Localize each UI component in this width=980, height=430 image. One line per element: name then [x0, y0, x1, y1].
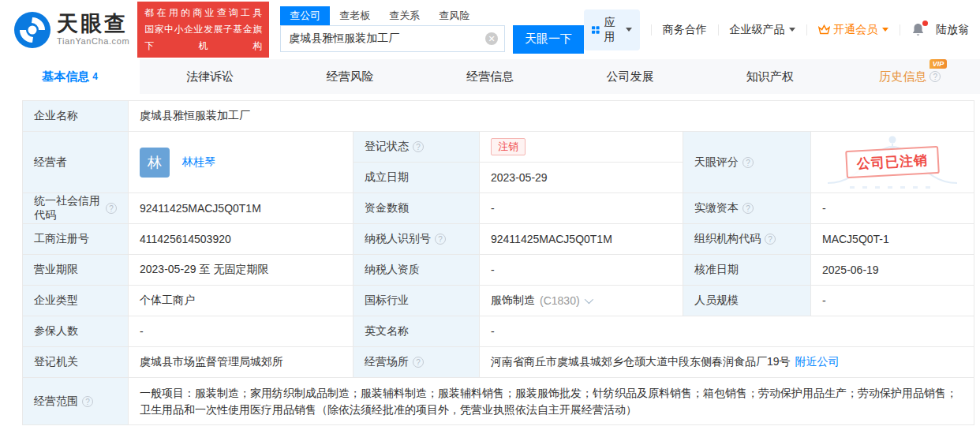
tab-history-info[interactable]: VIP 历史信息 ?: [840, 59, 980, 94]
capital-label: 资金数额: [353, 193, 480, 224]
establish-date-label: 成立日期: [353, 163, 480, 193]
basic-info-table: 企业名称 虞城县雅恒服装加工厂 经营者 林 林桂琴 登记状态 ? 注销 成立日期…: [22, 100, 974, 425]
search-tab-relation[interactable]: 查关系: [380, 6, 429, 25]
operator-name-link[interactable]: 林桂琴: [182, 155, 215, 170]
paid-capital-label-cell: 实缴资本 ?: [683, 193, 811, 224]
tab-basic-info[interactable]: 基本信息 4: [0, 59, 140, 94]
paid-capital-label: 实缴资本: [694, 201, 739, 215]
notification-dot: [922, 21, 928, 26]
reg-number-value: 411425614503920: [129, 224, 353, 255]
help-icon[interactable]: ?: [742, 203, 754, 214]
tianyancha-logo-icon: [14, 12, 50, 48]
divider: [900, 24, 900, 36]
tab-legal[interactable]: 法律诉讼: [140, 59, 279, 94]
divider: [651, 24, 652, 36]
approval-date-value: 2025-06-19: [811, 255, 974, 286]
help-icon[interactable]: ?: [106, 203, 117, 214]
reg-status-value-cell: 注销: [480, 132, 683, 163]
industry-code: (C1830): [540, 294, 580, 307]
search-tab-boss[interactable]: 查老板: [330, 6, 380, 25]
nav-enterprise-products[interactable]: 企业级产品: [729, 23, 795, 37]
credit-code-value: 92411425MACJ5Q0T1M: [129, 193, 353, 224]
tab-intellectual-property[interactable]: 知识产权: [700, 59, 840, 94]
english-name-value: -: [480, 316, 974, 347]
chevron-down-icon[interactable]: [584, 295, 593, 304]
insured-label: 参保人数: [23, 316, 129, 347]
staff-size-value: -: [811, 286, 974, 316]
tab-operation-info[interactable]: 经营信息: [420, 59, 559, 94]
top-nav: 应用 商务合作 企业级产品 开通会员 陆放翁: [584, 9, 969, 50]
open-vip-label: 开通会员: [833, 23, 877, 37]
help-icon[interactable]: ?: [742, 157, 754, 168]
divider: [806, 24, 807, 36]
slogan-line2: 国家中小企业发展子基金旗下机构: [144, 21, 262, 54]
tab-company-development[interactable]: 公司发展: [560, 59, 700, 94]
reg-authority-label: 登记机关: [23, 347, 129, 378]
company-name-value: 虞城县雅恒服装加工厂: [129, 101, 974, 132]
tab-history-label: 历史信息: [879, 69, 926, 84]
company-name-label: 企业名称: [23, 101, 129, 132]
premises-label-cell: 经营场所 ?: [353, 347, 480, 378]
score-value-cell: 公司已注销: [811, 132, 974, 193]
premises-value-cell: 河南省商丘市虞城县城郊乡仓颉大道中段东侧春润食品厂19号 附近公司: [480, 347, 974, 378]
search-button[interactable]: 天眼一下: [513, 25, 584, 54]
caret-down-icon: [626, 28, 632, 32]
search-tabs: 查公司 查老板 查关系 查风险: [280, 6, 584, 25]
english-name-label: 英文名称: [353, 316, 480, 347]
org-code-value: MACJ5Q0T-1: [811, 224, 974, 255]
business-term-value: 2023-05-29 至 无固定期限: [129, 255, 353, 286]
search-input[interactable]: [280, 25, 505, 52]
staff-size-label: 人员规模: [683, 286, 811, 316]
score-label-cell: 天眼评分 ?: [683, 132, 811, 193]
tianyancha-logo[interactable]: 天眼查 TianYanCha.com: [14, 12, 129, 48]
capital-value: -: [480, 193, 683, 224]
nav-open-vip[interactable]: 开通会员: [818, 23, 888, 37]
notifications-bell[interactable]: [911, 23, 925, 37]
search-tab-risk[interactable]: 查风险: [429, 6, 479, 25]
help-icon[interactable]: ?: [435, 234, 446, 245]
taxpayer-id-value: 92411425MACJ5Q0T1M: [480, 224, 683, 255]
insured-value: -: [129, 316, 353, 347]
help-icon[interactable]: ?: [82, 396, 93, 407]
credit-code-label: 统一社会信用代码: [34, 194, 102, 222]
help-icon[interactable]: ?: [413, 357, 424, 368]
brand-slogan: 都在用的商业查询工具 国家中小企业发展子基金旗下机构: [137, 2, 269, 58]
help-icon[interactable]: ?: [765, 234, 776, 245]
operator-avatar[interactable]: 林: [140, 148, 170, 178]
org-code-label-cell: 组织机构代码 ?: [683, 224, 811, 255]
org-code-label: 组织机构代码: [694, 232, 761, 246]
deregistered-stamp: 公司已注销: [845, 146, 940, 178]
reg-number-label: 工商注册号: [23, 224, 129, 255]
premises-address: 河南省商丘市虞城县城郊乡仓颉大道中段东侧春润食品厂19号: [491, 355, 791, 369]
caret-down-icon: [789, 28, 795, 32]
section-tabs: 基本信息 4 法律诉讼 经营风险 经营信息 公司发展 知识产权 VIP 历史信息…: [0, 59, 980, 94]
tab-basic-info-label: 基本信息: [42, 69, 89, 84]
status-badge: 注销: [491, 138, 526, 155]
operator-value: 林 林桂琴: [129, 132, 353, 193]
reg-status-label: 登记状态: [365, 140, 409, 154]
help-icon[interactable]: ?: [930, 71, 941, 82]
tab-basic-info-count: 4: [92, 71, 98, 82]
apps-label: 应用: [604, 16, 619, 44]
taxpayer-quality-label: 纳税人资质: [353, 255, 480, 286]
credit-code-label-cell: 统一社会信用代码 ?: [23, 193, 129, 224]
establish-date-value: 2023-05-29: [480, 163, 683, 193]
clear-icon[interactable]: ✕: [485, 32, 498, 45]
nav-cooperation[interactable]: 商务合作: [663, 23, 707, 37]
user-name[interactable]: 陆放翁: [936, 23, 969, 37]
tab-operation-risk[interactable]: 经营风险: [280, 59, 420, 94]
help-icon[interactable]: ?: [413, 141, 424, 152]
slogan-line1: 都在用的商业查询工具: [144, 5, 262, 21]
apps-menu[interactable]: 应用: [584, 9, 640, 50]
approval-date-label: 核准日期: [683, 255, 811, 286]
business-term-label: 营业期限: [23, 255, 129, 286]
vip-badge: VIP: [930, 59, 948, 69]
taxpayer-id-label: 纳税人识别号: [365, 232, 431, 246]
divider: [718, 24, 719, 36]
nearby-companies-link[interactable]: 附近公司: [795, 355, 840, 369]
brand-name: 天眼查: [57, 13, 129, 35]
caret-down-icon: [882, 28, 888, 32]
search-tab-company[interactable]: 查公司: [280, 6, 330, 25]
industry-value-cell: 服饰制造 (C1830): [480, 286, 683, 316]
reg-authority-value: 虞城县市场监督管理局城郊所: [129, 347, 353, 378]
